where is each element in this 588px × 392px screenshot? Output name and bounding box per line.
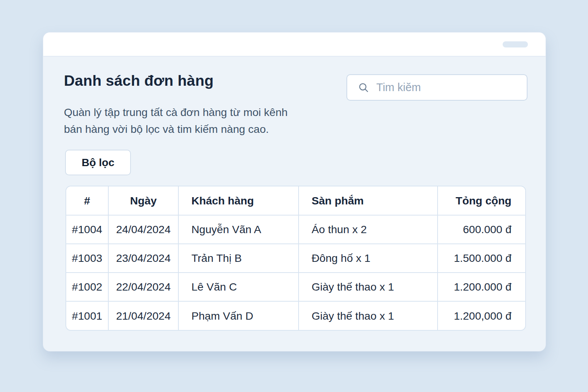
subtitle-line-1: Quàn lý tập trung tất cà đơn hàng từ moi…	[64, 106, 287, 118]
search-input[interactable]	[376, 81, 521, 94]
table-row[interactable]: #100323/04/2024Trản Thị BĐông hố x 11.50…	[66, 244, 525, 273]
search-icon	[358, 82, 369, 93]
column-header: Khách hàng	[178, 186, 299, 215]
filter-button[interactable]: Bộ lọc	[65, 150, 131, 175]
app-window: Danh sách đơn hàng Quàn lý tập trung tất…	[43, 32, 546, 351]
cell-id: #1002	[66, 273, 108, 301]
cell-product: Giày thế thao x 1	[299, 301, 438, 330]
orders-table: #NgàyKhách hàngSàn phắmTỏng cộng #100424…	[65, 186, 526, 331]
cell-id: #1004	[66, 215, 108, 244]
table-row[interactable]: #100424/04/2024Nguyễn Vãn AÁo thun x 260…	[66, 215, 525, 244]
cell-date: 21/04/2024	[108, 301, 178, 330]
table-body: #100424/04/2024Nguyễn Vãn AÁo thun x 260…	[66, 215, 525, 330]
cell-customer: Nguyễn Vãn A	[178, 215, 299, 244]
cell-product: Áo thun x 2	[299, 215, 438, 244]
page-title: Danh sách đơn hàng	[64, 72, 214, 89]
column-header: Tỏng cộng	[438, 186, 525, 215]
cell-customer: Lê Vãn C	[178, 273, 299, 301]
table-header: #NgàyKhách hàngSàn phắmTỏng cộng	[66, 186, 525, 215]
search-box[interactable]	[346, 74, 528, 101]
cell-date: 22/04/2024	[108, 273, 178, 301]
page-subtitle: Quàn lý tập trung tất cà đơn hàng từ moi…	[64, 104, 287, 137]
cell-total: 1.200,000 đ	[438, 301, 525, 330]
cell-id: #1003	[66, 244, 108, 273]
subtitle-line-2: bán hàng vời bộ lọc và tim kiếm nàng cao…	[64, 123, 269, 135]
cell-total: 1.200.000 đ	[438, 273, 525, 301]
column-header: Sàn phắm	[299, 186, 438, 215]
table-row[interactable]: #100222/04/2024Lê Vãn CGiày thế thao x 1…	[66, 273, 525, 301]
cell-date: 23/04/2024	[108, 244, 178, 273]
cell-date: 24/04/2024	[108, 215, 178, 244]
cell-product: Đông hố x 1	[299, 244, 438, 273]
table-row[interactable]: #100121/04/2024Phạm Vấn DGiày thế thao x…	[66, 301, 525, 330]
cell-customer: Phạm Vấn D	[178, 301, 299, 330]
cell-customer: Trản Thị B	[178, 244, 299, 273]
window-titlebar	[43, 33, 546, 57]
cell-total: 1.500.000 đ	[438, 244, 525, 273]
cell-total: 600.000 đ	[438, 215, 525, 244]
column-header: #	[66, 186, 108, 215]
window-control-pill[interactable]	[503, 41, 528, 47]
cell-product: Giày thế thao x 1	[299, 273, 438, 301]
cell-id: #1001	[66, 301, 108, 330]
table-header-row: #NgàyKhách hàngSàn phắmTỏng cộng	[66, 186, 525, 215]
column-header: Ngày	[108, 186, 178, 215]
